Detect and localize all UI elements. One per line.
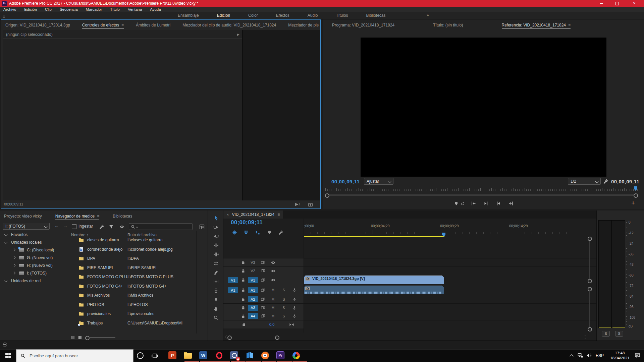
voiceover-mic-icon[interactable] (292, 297, 297, 302)
fit-sequence-bowtie-icon[interactable] (289, 322, 294, 327)
sync-lock-icon[interactable] (261, 268, 265, 273)
close-icon[interactable]: × (227, 213, 229, 217)
razor-tool-icon[interactable] (213, 270, 219, 275)
tree-item-unidades-red[interactable]: Unidades de red (0, 277, 69, 285)
timeline-sequence-tab[interactable]: × VID_20210418_171824 ≡ (223, 210, 283, 219)
scrollbar-handle[interactable] (588, 287, 592, 291)
timeline-ruler[interactable] (304, 229, 596, 236)
taskbar-powerpoint-icon[interactable]: P (168, 351, 177, 360)
play-audio-only-icon[interactable]: ▶♪ (295, 202, 300, 206)
workspace-ensamblaje[interactable]: Ensamblaje (178, 13, 199, 18)
file-row[interactable]: FOTOS MOTO C PLUSI:\FOTOS MOTO C PLUS (69, 272, 203, 281)
tab-mezclador-clip-audio[interactable]: Mezclador del clip de audio: VID_2021041… (182, 20, 276, 30)
taskbar-word-icon[interactable]: W (199, 351, 208, 360)
language-indicator[interactable]: ESP (596, 349, 604, 362)
solo-button[interactable]: S (281, 314, 286, 318)
sync-lock-icon[interactable] (261, 288, 265, 293)
lock-icon[interactable] (241, 297, 245, 302)
menu-ayuda[interactable]: Ayuda (150, 7, 161, 11)
solo-right-button[interactable]: S (615, 331, 623, 337)
file-row[interactable]: clases de guitarraI:\clases de guitarra (69, 235, 203, 244)
add-marker-icon[interactable] (267, 230, 272, 235)
fx-badge[interactable]: fx (305, 287, 310, 290)
lock-icon[interactable] (241, 314, 245, 318)
tab-ambitos-lumetri[interactable]: Ámbitos de Lumetri (136, 20, 170, 30)
button-editor-plus-icon[interactable]: + (631, 199, 635, 207)
menu-marcador[interactable]: Marcador (86, 7, 102, 11)
timeline-settings-wrench-icon[interactable] (278, 230, 283, 235)
track-target-a4[interactable]: A4 (248, 313, 258, 319)
menu-titulo[interactable]: Título (110, 7, 120, 11)
tab-titulo[interactable]: Título: (sin título) (433, 20, 463, 30)
work-area-bar[interactable] (304, 236, 444, 237)
tab-navegador-de-medios[interactable]: Navegador de medios≡ (55, 211, 99, 221)
zoom-handle-left[interactable] (227, 336, 232, 340)
panel-menu-icon[interactable]: ≡ (277, 212, 280, 217)
playback-resolution-select[interactable]: 1/2 (568, 178, 601, 185)
panel-menu-icon[interactable]: ≡ (121, 23, 124, 27)
voiceover-mic-icon[interactable] (292, 288, 297, 292)
workspace-color[interactable]: Color (248, 13, 258, 18)
hand-tool-icon[interactable] (213, 306, 219, 311)
export-frame-icon[interactable] (308, 202, 313, 207)
tree-item-drive-h[interactable]: H: (Nuevo vol) (0, 261, 69, 269)
panel-grip[interactable] (3, 14, 5, 18)
menu-edicion[interactable]: Edición (24, 7, 37, 11)
lock-icon[interactable] (241, 278, 245, 282)
file-row[interactable]: Mis ArchivosI:\Mis Archivos (69, 291, 203, 300)
tab-mezclador-pistas[interactable]: Mezclador de pis (288, 20, 319, 30)
program-current-timecode[interactable]: 00;00;09;11 (331, 179, 360, 184)
ingest-settings-wrench-icon[interactable] (99, 224, 104, 229)
thumbnail-view-icon[interactable] (78, 335, 83, 340)
file-row[interactable]: TrabajosC:\Users\SAMUEL\Dropbox\Mi (69, 318, 203, 327)
source-patch-empty[interactable] (228, 313, 238, 319)
minimize-button[interactable] (594, 0, 609, 7)
video-clip[interactable]: fxVID_20210418_171824.3gp [V] (304, 276, 444, 284)
pen-tool-icon[interactable] (213, 297, 219, 302)
fx-badge[interactable]: fx (305, 277, 310, 281)
track-target-a3[interactable]: A3 (248, 305, 258, 311)
sync-lock-icon[interactable] (261, 297, 265, 302)
action-center-icon[interactable] (635, 353, 640, 358)
source-patch-v1[interactable]: V1 (228, 277, 238, 283)
selection-tool-icon[interactable] (213, 215, 219, 221)
file-types-eye-icon[interactable] (119, 224, 124, 229)
slip-tool-icon[interactable] (213, 279, 219, 284)
track-target-v1[interactable]: V1 (248, 277, 258, 283)
workspace-audio[interactable]: Audio (308, 13, 318, 18)
scrollbar-handle[interactable] (588, 327, 592, 331)
step-back-icon[interactable] (483, 201, 489, 206)
file-row[interactable]: FOTOS MOTO G4+I:\FOTOS MOTO G4+ (69, 282, 203, 291)
file-row[interactable]: coronet donde alejoI:\coronet donde alej… (69, 245, 203, 254)
tab-proyecto[interactable]: Proyecto: video vicky (4, 211, 42, 221)
sync-lock-icon[interactable] (261, 314, 265, 318)
file-row[interactable]: FIRE SAMUELI:\FIRE SAMUEL (69, 263, 203, 272)
taskbar-google-photos-icon[interactable] (292, 351, 301, 360)
track-target-a2[interactable]: A2 (248, 296, 258, 302)
media-search-input[interactable] (139, 224, 191, 229)
back-arrow-icon[interactable]: ← (54, 223, 59, 229)
zoom-tool-icon[interactable] (213, 315, 219, 320)
slide-tool-icon[interactable] (213, 288, 219, 293)
panel-menu-icon[interactable]: ≡ (568, 23, 571, 27)
mute-button[interactable]: M (271, 298, 275, 301)
audio-clip[interactable]: fx (304, 286, 444, 294)
track-lane-a4[interactable] (304, 312, 596, 320)
zoom-handle-right[interactable] (275, 336, 279, 340)
track-target-v2[interactable]: V2 (248, 268, 258, 274)
source-patch-empty[interactable] (228, 305, 238, 311)
tree-item-drive-c[interactable]: C: (Disco local) (0, 246, 69, 254)
scrollbar-handle[interactable] (588, 279, 592, 283)
tree-item-drive-i[interactable]: I: (FOTOS) (0, 269, 69, 277)
toggle-track-output-eye-icon[interactable] (271, 278, 276, 283)
tree-item-unidades-locales[interactable]: Unidades locales (0, 238, 69, 246)
workspace-titulos[interactable]: Títulos (336, 13, 348, 18)
track-lane-master[interactable] (304, 320, 596, 328)
menu-archivo[interactable]: Archivo (3, 7, 16, 11)
forward-arrow-icon[interactable]: → (63, 223, 68, 229)
rolling-edit-tool-icon[interactable] (213, 252, 219, 257)
taskbar-premiere-icon[interactable]: Pr (276, 351, 285, 360)
clock[interactable]: 17:48 18/04/2021 (608, 351, 632, 361)
toggle-track-output-eye-icon[interactable] (271, 268, 276, 274)
menu-secuencia[interactable]: Secuencia (60, 7, 78, 11)
